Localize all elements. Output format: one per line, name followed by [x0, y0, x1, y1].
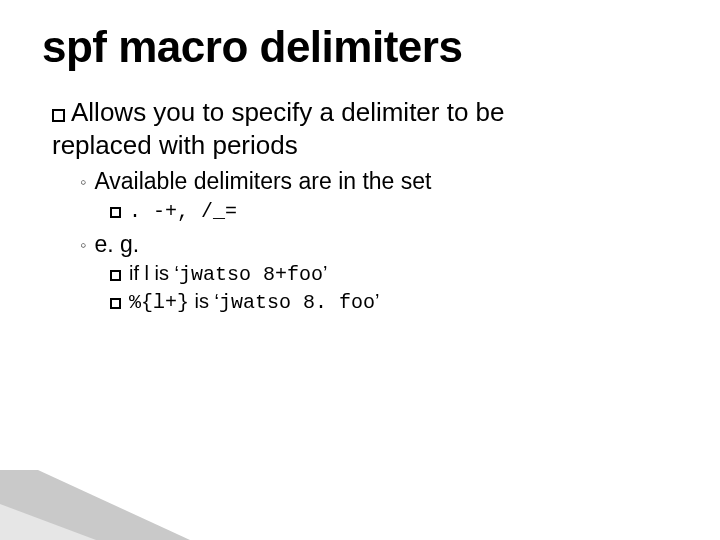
lvl3-b-code: jwatso 8+foo [179, 263, 323, 286]
circle-bullet-icon: ◦ [80, 234, 86, 257]
lvl3-c-code2: jwatso 8. foo [219, 291, 375, 314]
bullet-level3: . -+, /_= [110, 198, 660, 224]
square-bullet-icon [110, 270, 121, 281]
slide-body: Allows you to specify a delimiter to be … [52, 96, 660, 315]
lvl3-c-mid: is ‘ [189, 290, 219, 312]
bullet-level3: %{l+} is ‘jwatso 8. foo’ [110, 289, 660, 315]
square-bullet-icon [110, 207, 121, 218]
circle-bullet-icon: ◦ [80, 171, 86, 194]
bullet-level3: if l is ‘jwatso 8+foo’ [110, 261, 660, 287]
lvl3-b-post: ’ [323, 262, 327, 284]
slide-title: spf macro delimiters [42, 22, 462, 72]
lvl1-text-line1: Allows you to specify a delimiter to be [71, 97, 505, 127]
bullet-level1: Allows you to specify a delimiter to be … [52, 96, 660, 161]
lvl3-c-code1: %{l+} [129, 291, 189, 314]
lvl3-b-pre: if l is ‘ [129, 262, 179, 284]
lvl3-text-a: . -+, /_= [129, 200, 237, 223]
square-bullet-icon [110, 298, 121, 309]
lvl2-text-b: e. g. [94, 231, 139, 257]
corner-decoration-icon [0, 470, 190, 540]
slide: spf macro delimiters Allows you to speci… [0, 0, 720, 540]
bullet-level2: ◦Available delimiters are in the set [80, 167, 660, 196]
lvl3-c-post: ’ [375, 290, 379, 312]
square-bullet-icon [52, 109, 65, 122]
bullet-level2: ◦e. g. [80, 230, 660, 259]
lvl1-text-line2: replaced with periods [52, 130, 298, 160]
lvl2-text-a: Available delimiters are in the set [94, 168, 431, 194]
